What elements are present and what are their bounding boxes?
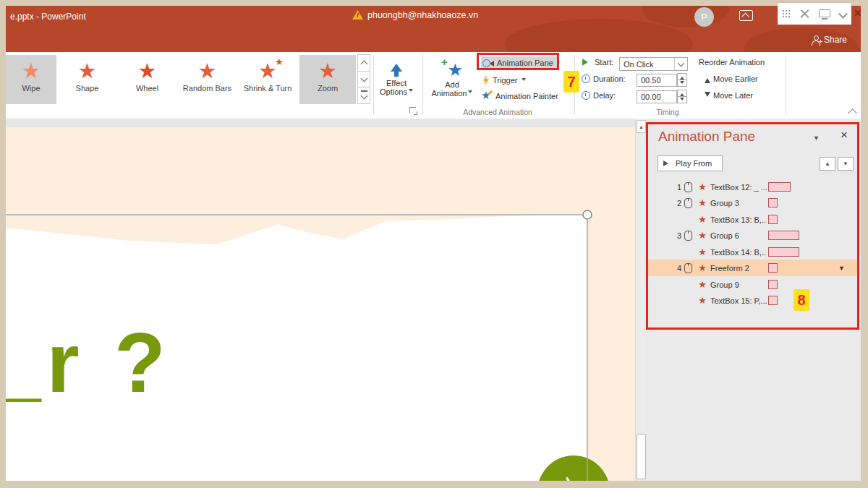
window-frame [0, 481, 868, 488]
gallery-item-wipe[interactable]: ★ Wipe [6, 55, 56, 104]
scroll-up-button[interactable]: ▲ [637, 120, 646, 133]
slide-text[interactable]: _r ? [6, 321, 171, 405]
gallery-item-wheel[interactable]: ★ Wheel [117, 55, 177, 104]
zoom-star-icon: ★ [318, 59, 337, 82]
scrollbar-thumb[interactable] [637, 434, 646, 479]
star-icon: ★ [697, 295, 708, 306]
resize-arrows-icon[interactable] [800, 9, 809, 19]
window-title: e.pptx - PowerPoint [10, 12, 86, 22]
delay-down-button[interactable] [677, 96, 687, 103]
animation-pane-button[interactable]: Animation Pane [481, 56, 559, 69]
timeline-bar[interactable] [768, 215, 778, 224]
pane-close-icon[interactable]: × [841, 128, 848, 142]
shape-star-icon: ★ [78, 59, 97, 82]
effect-options-arrow-icon [391, 58, 402, 72]
star-icon: ★ [697, 214, 708, 225]
timeline-bar[interactable] [768, 280, 778, 289]
reorder-down-button[interactable]: ▼ [838, 157, 854, 171]
share-button[interactable]: + Share [812, 35, 847, 45]
duration-input[interactable]: 00.50 [637, 74, 677, 87]
start-dropdown-chevron-icon[interactable] [674, 58, 687, 70]
duration-row: Duration: [582, 74, 626, 83]
advanced-animation-group-label: Advanced Animation [433, 108, 563, 116]
group-separator [422, 55, 423, 114]
dialog-launcher-icon[interactable] [409, 107, 416, 114]
animation-list-item-selected[interactable]: 4 ★ Freeform 2 ▼ [647, 260, 858, 276]
gallery-item-zoom[interactable]: ★ Zoom [299, 55, 356, 104]
move-earlier-icon [705, 75, 710, 83]
effect-options-button[interactable]: Effect Options [375, 55, 418, 106]
ribbon-display-options-icon[interactable] [739, 10, 753, 21]
add-animation-button[interactable]: +★ Add Animation [427, 55, 477, 106]
move-earlier-button[interactable]: Move Earlier [705, 74, 758, 83]
gallery-more-button[interactable] [357, 87, 370, 104]
chevron-down-icon[interactable] [839, 9, 848, 19]
delay-row: Delay: [582, 91, 616, 100]
window-frame [861, 0, 868, 488]
account-email[interactable]: phuongbh@nhakhoaoze.vn [367, 10, 478, 20]
dropdown-caret-icon [468, 90, 472, 95]
gallery-item-shrink-turn[interactable]: ★ ★ Shrink & Turn [237, 55, 298, 104]
animation-pane-title: Animation Pane [658, 129, 755, 145]
timeline-bar[interactable] [768, 263, 778, 273]
capture-tool-overlay[interactable] [778, 3, 851, 25]
animation-list-item[interactable]: 1 ★ TextBox 12: _ ... [647, 179, 858, 195]
timeline-bar[interactable] [768, 231, 799, 240]
mouse-click-icon [684, 231, 692, 241]
gallery-scroll-up-button[interactable] [357, 54, 370, 72]
move-later-icon [705, 92, 710, 100]
random-bars-star-icon: ★ [198, 59, 217, 82]
timeline-bar[interactable] [768, 247, 799, 257]
animation-painter-button[interactable]: ★ Animation Painter [481, 91, 558, 101]
duration-spinner [677, 74, 687, 87]
star-icon: ★ [697, 262, 708, 273]
animation-list-item[interactable]: ★ TextBox 15: P,... [647, 292, 858, 309]
animation-list-item[interactable]: ★ TextBox 14: B,... [647, 244, 858, 260]
reorder-up-button[interactable]: ▲ [820, 157, 835, 171]
mouse-click-icon [684, 263, 692, 273]
start-play-icon [582, 59, 592, 66]
trigger-button[interactable]: Trigger [482, 75, 526, 85]
mouse-click-icon [684, 182, 692, 192]
animation-list-item[interactable]: 2 ★ Group 3 [647, 194, 858, 211]
gallery-scroll-down-button[interactable] [357, 71, 370, 88]
avatar[interactable]: P [694, 7, 714, 27]
effect-options-arrow-stem [394, 71, 399, 77]
shrink-turn-small-star-icon: ★ [275, 56, 284, 67]
start-dropdown[interactable]: On Click [619, 57, 688, 71]
collapse-ribbon-icon[interactable] [848, 108, 857, 118]
item-dropdown-caret-icon[interactable]: ▼ [838, 265, 845, 272]
play-from-button[interactable]: Play From [658, 155, 723, 171]
animation-list-item[interactable]: ★ TextBox 13: B,... [647, 211, 858, 228]
document-scrollbar[interactable]: ▲ [635, 119, 647, 481]
delay-spinner [677, 90, 687, 103]
group-separator [786, 55, 786, 114]
delay-input[interactable]: 00.00 [637, 90, 677, 103]
gallery-item-shape[interactable]: ★ Shape [57, 55, 117, 104]
step-7-badge: 7 [563, 71, 579, 93]
delay-clock-icon [582, 91, 590, 100]
animation-pane-icon [482, 59, 494, 68]
timeline-bar[interactable] [768, 182, 791, 192]
powerpoint-window: e.pptx - PowerPoint ! phuongbh@nhakhoaoz… [0, 0, 868, 488]
monitor-icon[interactable] [819, 9, 830, 19]
dropdown-caret-icon [409, 89, 413, 94]
duration-clock-icon [582, 74, 590, 83]
move-later-button[interactable]: Move Later [705, 91, 753, 100]
star-icon: ★ [697, 230, 708, 241]
star-icon: ★ [697, 181, 708, 192]
mouse-click-icon [684, 198, 692, 208]
timeline-bar[interactable] [768, 198, 778, 207]
star-icon: ★ [697, 197, 708, 208]
dropdown-caret-icon [522, 78, 526, 83]
animation-list-item[interactable]: ★ Group 9 [647, 276, 858, 293]
step-8-badge: 8 [793, 289, 809, 311]
slide-canvas[interactable]: > _r ? [6, 127, 635, 481]
duration-down-button[interactable] [677, 80, 687, 87]
pane-menu-caret-icon[interactable]: ▼ [813, 134, 820, 142]
grid-icon[interactable] [783, 10, 791, 18]
slide-shapes: > [6, 127, 635, 481]
animation-list-item[interactable]: 3 ★ Group 6 [647, 227, 858, 244]
gallery-item-random-bars[interactable]: ★ Random Bars [177, 55, 237, 104]
timeline-bar[interactable] [768, 296, 778, 305]
